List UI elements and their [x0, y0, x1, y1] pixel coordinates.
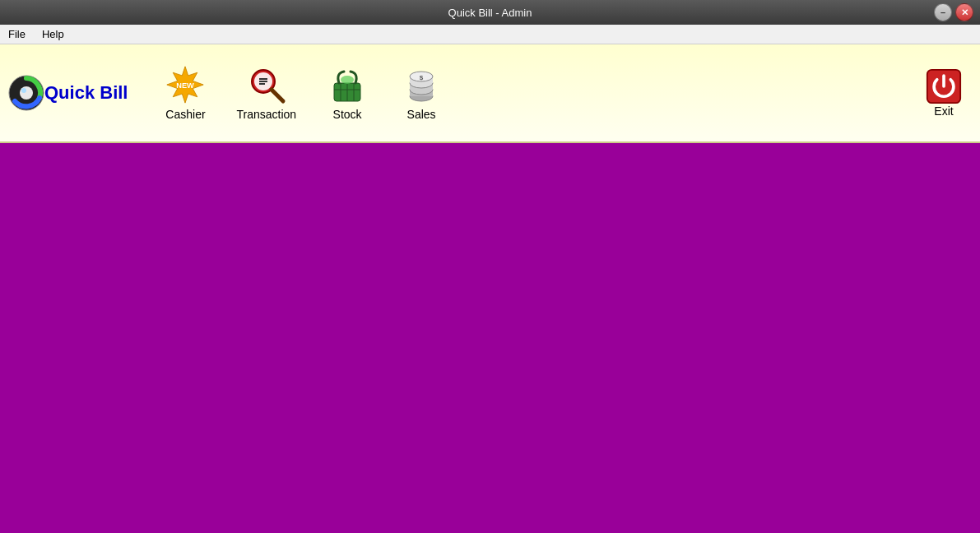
cashier-label: Cashier: [165, 108, 205, 121]
svg-line-10: [272, 90, 283, 101]
window-title: Quick Bill - Admin: [448, 7, 532, 19]
exit-button[interactable]: Exit: [916, 63, 972, 123]
title-bar: Quick Bill - Admin – ✕: [0, 0, 980, 25]
toolbar-nav: NEW Cashier Transaction: [152, 60, 916, 126]
stock-button[interactable]: Stock: [314, 60, 380, 126]
svg-text:$: $: [420, 74, 424, 81]
svg-point-16: [341, 76, 354, 84]
menu-help[interactable]: Help: [34, 26, 72, 42]
app-logo-text: Quick Bill: [44, 82, 128, 104]
stock-icon: [327, 65, 367, 104]
cashier-icon: NEW: [165, 65, 205, 104]
transaction-icon: [247, 65, 286, 104]
svg-text:NEW: NEW: [177, 81, 195, 90]
toolbar: Quick Bill NEW Cashier: [0, 44, 980, 143]
menu-file[interactable]: File: [0, 26, 34, 42]
transaction-button[interactable]: Transaction: [226, 60, 306, 126]
stock-label: Stock: [333, 108, 362, 121]
exit-icon: [926, 68, 962, 104]
close-button[interactable]: ✕: [955, 3, 973, 21]
sales-button[interactable]: $ Sales: [388, 60, 454, 126]
menu-bar: File Help: [0, 25, 980, 44]
transaction-label: Transaction: [236, 108, 296, 121]
exit-label: Exit: [934, 104, 953, 118]
sales-icon: $: [402, 65, 441, 104]
title-bar-controls: – ✕: [934, 3, 973, 21]
main-content: [0, 143, 980, 533]
svg-point-1: [20, 86, 33, 100]
sales-label: Sales: [407, 108, 436, 121]
cashier-button[interactable]: NEW Cashier: [152, 60, 218, 126]
quickbill-logo-icon: [8, 75, 44, 111]
svg-point-2: [21, 88, 26, 93]
app-logo: Quick Bill: [8, 75, 128, 111]
minimize-button[interactable]: –: [934, 3, 952, 21]
